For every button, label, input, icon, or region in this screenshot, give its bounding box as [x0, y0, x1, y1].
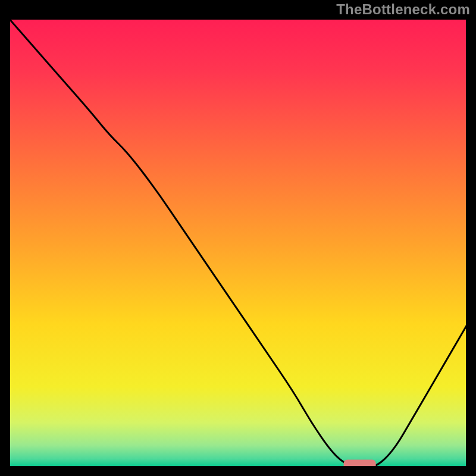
- watermark-text: TheBottleneck.com: [336, 1, 470, 18]
- chart-background: [8, 18, 468, 468]
- bottleneck-chart: [8, 18, 468, 468]
- chart-frame: [8, 18, 468, 468]
